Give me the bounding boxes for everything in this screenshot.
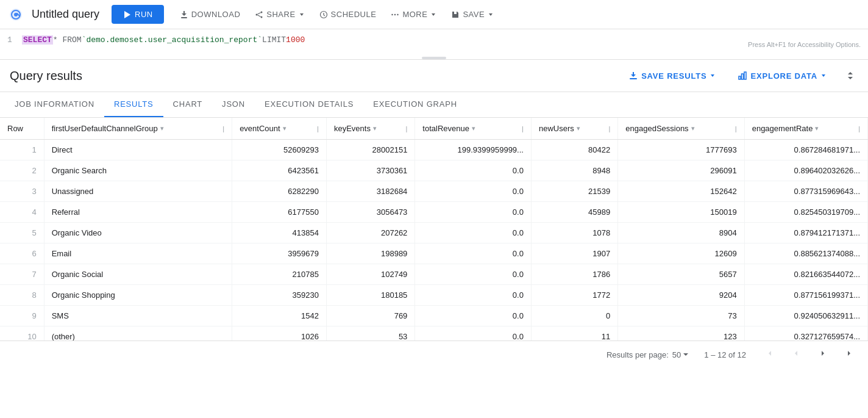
col-header-newUsers[interactable]: newUsers▾| xyxy=(531,118,617,140)
svg-rect-3 xyxy=(181,17,187,18)
code-editor: 1 SELECT * FROM `demo.demoset.user_acqui… xyxy=(0,29,868,60)
cell-row: 7 xyxy=(0,264,44,285)
svg-point-6 xyxy=(261,16,263,18)
cell-newUsers: 1772 xyxy=(531,285,617,306)
sort-icon-newUsers[interactable]: ▾ xyxy=(577,124,580,132)
cell-engagementRate: 0.896402032626... xyxy=(744,160,867,181)
share-button[interactable]: SHARE xyxy=(249,6,310,23)
collapse-button[interactable] xyxy=(842,68,858,84)
tab-job-info[interactable]: JOB INFORMATION xyxy=(5,92,104,117)
cell-engagementRate: 0.924050632911... xyxy=(744,306,867,326)
download-button[interactable]: DOWNLOAD xyxy=(174,6,247,23)
tab-json[interactable]: JSON xyxy=(212,92,255,117)
cell-keyEvents: 3730361 xyxy=(326,160,414,181)
run-button[interactable]: RUN xyxy=(112,5,164,24)
cell-keyEvents: 207262 xyxy=(326,223,414,243)
header-actions: DOWNLOAD SHARE SCHEDULE MORE SAVE xyxy=(174,6,500,23)
cell-newUsers: 45989 xyxy=(531,202,617,223)
save-results-button[interactable]: SAVE RESULTS xyxy=(622,67,722,84)
cell-engagementRate: 0.877156199371... xyxy=(744,285,867,306)
cell-engagedSessions: 73 xyxy=(618,306,744,326)
col-header-totalRevenue[interactable]: totalRevenue▾| xyxy=(415,118,532,140)
results-per-page-label: Results per page: xyxy=(607,350,669,359)
more-button[interactable]: MORE xyxy=(385,6,443,23)
svg-rect-13 xyxy=(454,15,457,18)
filter-icon-engagedSessions[interactable]: | xyxy=(735,125,737,132)
next-page-button[interactable] xyxy=(814,346,831,363)
svg-point-5 xyxy=(261,11,263,13)
filter-icon-keyEvents[interactable]: | xyxy=(406,125,408,132)
last-page-button[interactable] xyxy=(841,346,858,363)
cell-row: 8 xyxy=(0,285,44,306)
cell-engagementRate: 0.867284681971... xyxy=(744,140,867,160)
col-header-engagedSessions[interactable]: engagedSessions▾| xyxy=(618,118,744,140)
cell-engagementRate: 0.327127659574... xyxy=(744,326,867,341)
pagination-info: 1 – 12 of 12 xyxy=(704,350,746,359)
results-table-container[interactable]: RowfirstUserDefaultChannelGroup▾|eventCo… xyxy=(0,118,868,341)
svg-rect-14 xyxy=(630,78,637,79)
cell-engagementRate: 0.885621374088... xyxy=(744,243,867,264)
prev-page-button[interactable] xyxy=(788,346,805,363)
per-page-value: 50 xyxy=(672,350,681,359)
table-footer: Results per page: 50 1 – 12 of 12 xyxy=(0,341,868,368)
cell-firstUserDefaultChannelGroup: Unassigned xyxy=(44,181,232,202)
col-header-eventCount[interactable]: eventCount▾| xyxy=(232,118,327,140)
table-row: 3Unassigned628229031826840.0215391526420… xyxy=(0,181,868,202)
cell-newUsers: 0 xyxy=(531,306,617,326)
cell-row: 6 xyxy=(0,243,44,264)
tab-chart[interactable]: CHART xyxy=(163,92,213,117)
cell-newUsers: 11 xyxy=(531,326,617,341)
table-row: 10(other)1026530.0111230.327127659574... xyxy=(0,326,868,341)
filter-icon-eventCount[interactable]: | xyxy=(317,125,319,132)
table-row: 9SMS15427690.00730.924050632911... xyxy=(0,306,868,326)
cell-row: 5 xyxy=(0,223,44,243)
col-header-firstUserDefaultChannelGroup[interactable]: firstUserDefaultChannelGroup▾| xyxy=(44,118,232,140)
table-body: 1Direct5260929328002151199.9399959999...… xyxy=(0,140,868,341)
filter-icon-totalRevenue[interactable]: | xyxy=(522,125,524,132)
filter-icon-firstUserDefaultChannelGroup[interactable]: | xyxy=(222,125,224,132)
cell-firstUserDefaultChannelGroup: Organic Social xyxy=(44,264,232,285)
bigquery-logo-icon xyxy=(7,6,24,23)
sort-icon-eventCount[interactable]: ▾ xyxy=(283,124,286,132)
code-line-1[interactable]: 1 SELECT * FROM `demo.demoset.user_acqui… xyxy=(0,34,868,46)
cell-newUsers: 21539 xyxy=(531,181,617,202)
filter-icon-engagementRate[interactable]: | xyxy=(858,125,860,132)
code-limit: LIMIT xyxy=(262,35,286,45)
tab-execution-details[interactable]: EXECUTION DETAILS xyxy=(255,92,363,117)
sort-icon-firstUserDefaultChannelGroup[interactable]: ▾ xyxy=(160,124,164,132)
table-row: 1Direct5260929328002151199.9399959999...… xyxy=(0,140,868,160)
svg-point-4 xyxy=(256,13,258,15)
explore-data-button[interactable]: EXPLORE DATA xyxy=(731,67,833,84)
sort-icon-keyEvents[interactable]: ▾ xyxy=(373,124,377,132)
cell-keyEvents: 769 xyxy=(326,306,414,326)
cell-eventCount: 6177550 xyxy=(232,202,327,223)
cell-eventCount: 6282290 xyxy=(232,181,327,202)
svg-marker-2 xyxy=(124,11,130,18)
results-header: Query results SAVE RESULTS EXPLORE DATA xyxy=(0,60,868,92)
sort-icon-totalRevenue[interactable]: ▾ xyxy=(472,124,475,132)
cell-eventCount: 6423561 xyxy=(232,160,327,181)
cell-keyEvents: 180185 xyxy=(326,285,414,306)
editor-resize-handle[interactable] xyxy=(422,57,446,59)
cell-firstUserDefaultChannelGroup: Direct xyxy=(44,140,232,160)
filter-icon-newUsers[interactable]: | xyxy=(608,125,610,132)
table-row: 8Organic Shopping3592301801850.017729204… xyxy=(0,285,868,306)
cell-eventCount: 1026 xyxy=(232,326,327,341)
sort-icon-engagedSessions[interactable]: ▾ xyxy=(691,124,695,132)
col-header-keyEvents[interactable]: keyEvents▾| xyxy=(326,118,414,140)
cell-engagedSessions: 123 xyxy=(618,326,744,341)
cell-totalRevenue: 0.0 xyxy=(415,181,532,202)
cell-keyEvents: 53 xyxy=(326,326,414,341)
cell-totalRevenue: 0.0 xyxy=(415,306,532,326)
first-page-button[interactable] xyxy=(761,346,778,363)
schedule-button[interactable]: SCHEDULE xyxy=(313,6,383,23)
save-button[interactable]: SAVE xyxy=(445,6,500,23)
cell-engagedSessions: 1777693 xyxy=(618,140,744,160)
svg-point-11 xyxy=(394,13,396,15)
tab-results[interactable]: RESULTS xyxy=(104,92,163,117)
app-header: Untitled query RUN DOWNLOAD SHARE SCHEDU… xyxy=(0,0,868,29)
col-header-engagementRate[interactable]: engagementRate▾| xyxy=(744,118,867,140)
per-page-select[interactable]: 50 xyxy=(672,350,689,359)
tab-execution-graph[interactable]: EXECUTION GRAPH xyxy=(363,92,467,117)
sort-icon-engagementRate[interactable]: ▾ xyxy=(815,124,819,132)
